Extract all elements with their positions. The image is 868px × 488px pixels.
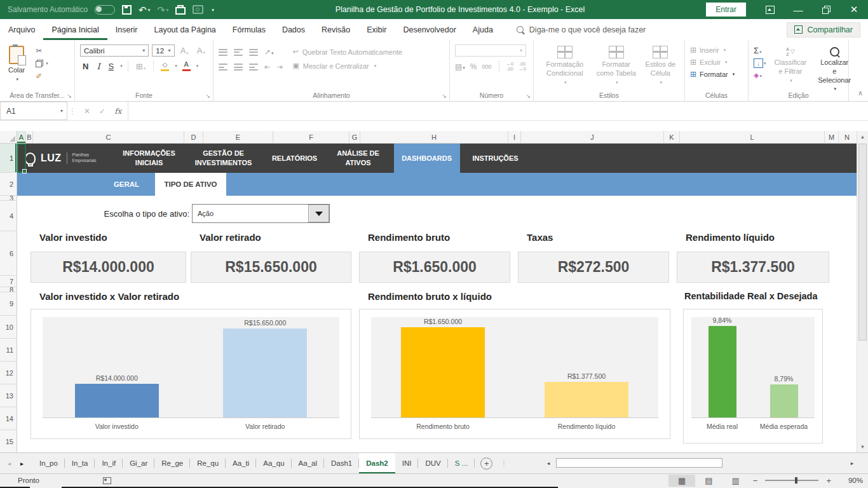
minimize-button[interactable]: —: [784, 0, 812, 19]
row-header-14[interactable]: 14: [0, 407, 17, 430]
format-painter-button[interactable]: ✐: [36, 72, 48, 81]
kpi-value[interactable]: R$272.500: [518, 252, 669, 283]
close-button[interactable]: ✕: [840, 0, 868, 19]
wrap-text-button[interactable]: ↩Quebrar Texto Automaticamente: [292, 48, 402, 56]
sign-in-button[interactable]: Entrar: [706, 3, 746, 17]
decrease-decimal-icon[interactable]: .00→0: [519, 62, 526, 72]
camera-icon[interactable]: [193, 5, 203, 14]
sheet-nav-left-icon[interactable]: ◂: [8, 460, 11, 467]
sheet-nav-right-icon[interactable]: ▸: [20, 460, 24, 467]
kpi-value[interactable]: R$1.650.000: [359, 252, 510, 283]
column-header-h[interactable]: H: [360, 131, 508, 143]
nav-item-dashboards[interactable]: DASHBOARDS: [394, 144, 460, 173]
sheet-tab-dash1[interactable]: Dash1: [324, 453, 359, 473]
vertical-scroll-thumb[interactable]: [858, 144, 867, 341]
row-header-1[interactable]: 1: [0, 144, 17, 173]
tab-dados[interactable]: Dados: [274, 19, 313, 40]
bold-button[interactable]: N: [80, 62, 91, 71]
dialog-launcher-icon[interactable]: ↘: [526, 93, 531, 99]
scroll-right-icon[interactable]: ▸: [848, 460, 857, 466]
nav-item-relatorios[interactable]: RELATÓRIOS: [267, 144, 323, 173]
column-header-i[interactable]: I: [508, 131, 521, 143]
vertical-scrollbar[interactable]: ▲ ▼: [857, 131, 868, 452]
collapse-ribbon-icon[interactable]: ∧: [858, 89, 863, 97]
tab-pagina-inicial[interactable]: Página Inicial: [43, 19, 107, 40]
select-all-corner[interactable]: [0, 131, 17, 144]
conditional-formatting-button[interactable]: Formatação Condicional▾: [539, 44, 591, 90]
macro-record-icon[interactable]: [103, 477, 111, 484]
column-header-b[interactable]: B: [26, 131, 33, 143]
insert-cells-button[interactable]: ⊞Inserir▾: [690, 46, 743, 54]
number-format-combo[interactable]: ▾: [455, 44, 526, 57]
row-header-10[interactable]: 10: [0, 316, 17, 339]
sheet-tab-gi-ar[interactable]: Gi_ar: [123, 453, 154, 473]
quick-print-icon[interactable]: [175, 4, 186, 15]
sheet-tab-re-qu[interactable]: Re_qu: [190, 453, 226, 473]
asset-type-dropdown[interactable]: Ação: [192, 204, 330, 223]
sheet-tab-re-ge[interactable]: Re_ge: [154, 453, 190, 473]
nav-item-instrucoes[interactable]: INSTRUÇÕES: [466, 144, 525, 173]
tab-inserir[interactable]: Inserir: [107, 19, 146, 40]
sheet-tab-in-ta[interactable]: In_ta: [65, 453, 95, 473]
tab-revisao[interactable]: Revisão: [313, 19, 358, 40]
italic-button[interactable]: I: [94, 62, 102, 71]
font-size-combo[interactable]: 12▾: [152, 44, 174, 57]
increase-indent-icon[interactable]: ⇥: [276, 63, 282, 71]
row-header-11[interactable]: 11: [0, 339, 17, 362]
decrease-indent-icon[interactable]: ⇤: [264, 63, 270, 71]
column-header-f[interactable]: F: [273, 131, 349, 143]
tab-arquivo[interactable]: Arquivo: [0, 19, 43, 40]
column-header-l[interactable]: L: [680, 131, 825, 143]
shrink-font-button[interactable]: A▾: [194, 46, 208, 55]
subtab-tipo-de-ativo[interactable]: TIPO DE ATIVO: [155, 173, 226, 196]
horizontal-scrollbar[interactable]: ◂ ▸: [544, 456, 857, 470]
column-header-m[interactable]: M: [825, 131, 839, 143]
kpi-value[interactable]: R$1.377.500: [677, 252, 829, 283]
cancel-icon[interactable]: ✕: [84, 107, 90, 116]
dialog-launcher-icon[interactable]: ↘: [205, 93, 210, 99]
restore-button[interactable]: [812, 0, 840, 19]
zoom-in-icon[interactable]: +: [822, 476, 835, 485]
zoom-out-icon[interactable]: −: [749, 476, 762, 485]
name-box[interactable]: A1▾: [0, 102, 67, 120]
tab-desenvolvedor[interactable]: Desenvolvedor: [395, 19, 464, 40]
font-name-combo[interactable]: Calibri▾: [80, 44, 149, 57]
paste-button[interactable]: Colar▾: [5, 44, 28, 84]
column-header-a[interactable]: A: [17, 131, 26, 143]
row-header-6[interactable]: 6: [0, 231, 17, 276]
enter-icon[interactable]: ✓: [99, 107, 105, 116]
format-as-table-button[interactable]: Formatar como Tabela▾: [592, 44, 641, 90]
kpi-value[interactable]: R$15.650.000: [191, 252, 351, 283]
tell-me-search[interactable]: Diga-me o que você deseja fazer: [517, 25, 646, 34]
dialog-launcher-icon[interactable]: ↘: [442, 93, 447, 99]
page-break-view-icon[interactable]: ▥: [722, 475, 749, 487]
sheet-tab-aa-ti[interactable]: Aa_ti: [226, 453, 256, 473]
sheet-tab-ini[interactable]: INI: [395, 453, 419, 473]
chart-canvas[interactable]: R$1.650.000 R$1.377.500 Rendimento bruto…: [359, 309, 670, 439]
fill-button[interactable]: ↓▾: [754, 58, 766, 68]
selected-cell-a1[interactable]: [17, 144, 26, 173]
share-button[interactable]: Compartilhar: [787, 22, 860, 37]
tab-ajuda[interactable]: Ajuda: [465, 19, 501, 40]
copy-button[interactable]: ▾: [36, 60, 48, 67]
column-header-k[interactable]: K: [664, 131, 680, 143]
clear-button[interactable]: ◈▾: [754, 71, 766, 79]
autosum-button[interactable]: Σ▾: [754, 46, 766, 55]
nav-item-gestao-de-investimentos[interactable]: GESTÃO DE INVESTIMENTOS: [187, 144, 261, 173]
tab-layout-da-pagina[interactable]: Layout da Página: [146, 19, 224, 40]
tab-formulas[interactable]: Fórmulas: [224, 19, 274, 40]
cell-styles-button[interactable]: Estilos de Célula▾: [642, 44, 679, 90]
chart-canvas[interactable]: R$14.000.000 R$15.650.000 Valor investid…: [31, 309, 351, 439]
subtab-geral[interactable]: GERAL: [98, 173, 154, 196]
zoom-slider-thumb[interactable]: [795, 477, 797, 484]
dropdown-arrow-icon[interactable]: [308, 205, 329, 222]
column-header-j[interactable]: J: [521, 131, 664, 143]
zoom-slider[interactable]: [765, 480, 818, 481]
accounting-format-icon[interactable]: ▤▾: [455, 62, 465, 71]
percent-style-button[interactable]: %: [470, 62, 477, 71]
sheet-tab-in-po[interactable]: In_po: [32, 453, 65, 473]
dialog-launcher-icon[interactable]: ↘: [67, 93, 72, 99]
row-header-15[interactable]: 15: [0, 430, 17, 452]
sheet-tab-in-if[interactable]: In_if: [95, 453, 123, 473]
grow-font-button[interactable]: A▴: [178, 46, 191, 55]
